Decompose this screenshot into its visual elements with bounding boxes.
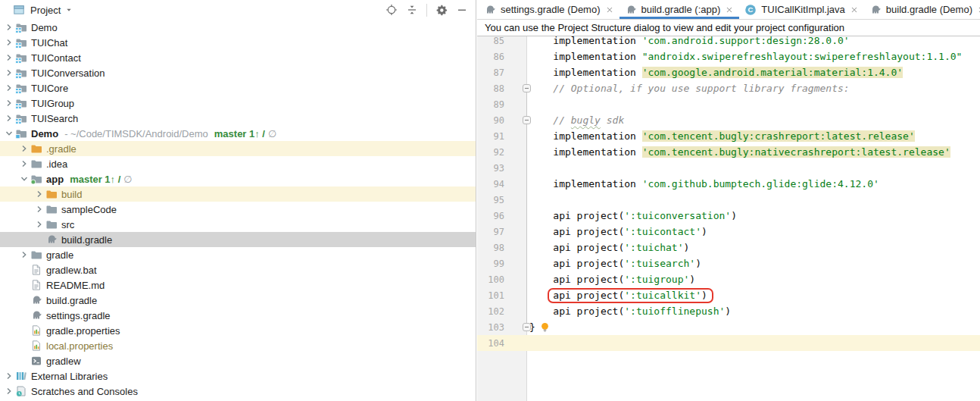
code-line-100[interactable]: 100 api project(':tuigroup'): [477, 271, 980, 287]
locate-icon[interactable]: [385, 4, 398, 16]
tree-item-label: TUISearch: [31, 113, 78, 124]
code-line-93[interactable]: 93: [477, 160, 980, 176]
tree-item-idea[interactable]: .idea: [0, 156, 476, 171]
close-icon[interactable]: [725, 5, 734, 14]
console-icon: [30, 355, 42, 367]
chevron-right-icon[interactable]: [18, 143, 30, 155]
tree-item-gradlew-bat[interactable]: gradlew.bat: [0, 262, 476, 277]
code-line-103[interactable]: 103}: [477, 319, 980, 335]
close-icon[interactable]: [605, 5, 614, 14]
tree-item-gradle[interactable]: .gradle: [0, 141, 476, 156]
intention-bulb-icon[interactable]: [539, 321, 551, 334]
tree-item-scratches-and-consoles[interactable]: Scratches and Consoles: [0, 384, 476, 399]
tree-item-label: TUICore: [31, 83, 68, 94]
tab-build-gradle-app[interactable]: build.gradle (:app): [620, 0, 740, 19]
chevron-right-icon[interactable]: [33, 188, 45, 200]
code-text: api project(':tuigroup'): [527, 274, 695, 285]
folder-icon: [45, 218, 58, 230]
tree-item-tuigroup[interactable]: TUIGroup: [0, 96, 476, 111]
module-folder-icon: [15, 36, 27, 49]
tab-settings-gradle-demo[interactable]: settings.gradle (Demo): [479, 0, 620, 19]
code-line-96[interactable]: 96 api project(':tuiconversation'): [477, 208, 980, 224]
chevron-down-icon[interactable]: [3, 127, 15, 139]
tree-item-src[interactable]: src: [0, 217, 476, 232]
chevron-right-icon[interactable]: [18, 249, 30, 261]
close-icon[interactable]: [850, 5, 859, 14]
code-line-97[interactable]: 97 api project(':tuicontact'): [477, 224, 980, 240]
chevron-down-icon[interactable]: [18, 173, 30, 185]
code-line-91[interactable]: 91 implementation 'com.tencent.bugly:cra…: [477, 128, 980, 144]
caret-down-icon[interactable]: [63, 4, 75, 16]
chevron-right-icon[interactable]: [3, 36, 15, 49]
code-line-88[interactable]: 88 // Optional, if you use support libra…: [477, 80, 980, 96]
chevron-right-icon[interactable]: [18, 158, 30, 170]
tree-item-tuicontact[interactable]: TUIContact: [0, 50, 476, 65]
tree-item-build-gradle[interactable]: build.gradle: [0, 232, 476, 247]
tree-item-gradle[interactable]: gradle: [0, 247, 476, 262]
chevron-right-icon[interactable]: [3, 370, 15, 382]
code-line-102[interactable]: 102 api project(':tuiofflinepush'): [477, 303, 980, 319]
code-text: api project(':tuiofflinepush'): [527, 305, 731, 317]
tree-item-readme-md[interactable]: README.md: [0, 277, 476, 293]
fold-icon[interactable]: [523, 116, 531, 124]
vcs-empty-set: ∅: [268, 128, 276, 139]
settings-icon[interactable]: [435, 4, 448, 16]
fold-gutter: [504, 112, 527, 128]
module-folder-icon: [15, 82, 27, 94]
tree-item-label: build.gradle: [61, 234, 112, 246]
chevron-right-icon[interactable]: [3, 82, 15, 94]
code-line-99[interactable]: 99 api project(':tuisearch'): [477, 255, 980, 271]
editor-tab-bar: settings.gradle (Demo)build.gradle (:app…: [477, 0, 980, 20]
code-text: // Optional, if you use support library …: [527, 83, 850, 94]
tree-item-demo[interactable]: Demo: [0, 20, 476, 35]
tree-item-settings-gradle[interactable]: settings.gradle: [0, 308, 476, 323]
collapse-all-icon[interactable]: [406, 4, 418, 16]
tree-item-build[interactable]: build: [0, 186, 476, 202]
fold-gutter: [504, 192, 527, 208]
vcs-branch-status: master 1↑ /: [70, 174, 120, 185]
fold-icon[interactable]: [523, 323, 531, 331]
chevron-right-icon[interactable]: [33, 218, 45, 230]
tree-item-gradlew[interactable]: gradlew: [0, 353, 476, 368]
tree-item-tuiconversation[interactable]: TUIConversation: [0, 65, 476, 80]
chevron-right-icon[interactable]: [3, 21, 15, 33]
line-number: 103: [477, 322, 504, 333]
tab-tuicallkitimpl-java[interactable]: CTUICallKitImpl.java: [739, 0, 864, 19]
chevron-right-icon[interactable]: [33, 203, 45, 215]
code-line-87[interactable]: 87 implementation 'com.google.android.ma…: [477, 64, 980, 80]
chevron-right-icon[interactable]: [3, 97, 15, 109]
code-editor[interactable]: 85 implementation 'com.android.support:d…: [477, 36, 980, 401]
tree-item-external-libraries[interactable]: External Libraries: [0, 368, 476, 384]
code-line-94[interactable]: 94 implementation 'com.github.bumptech.g…: [477, 176, 980, 192]
project-panel-title: Project: [30, 5, 61, 16]
code-line-98[interactable]: 98 api project(':tuichat'): [477, 240, 980, 255]
code-line-89[interactable]: 89: [477, 96, 980, 112]
fold-icon[interactable]: [523, 84, 531, 92]
tree-item-app[interactable]: appmaster 1↑ /∅: [0, 171, 476, 186]
tree-item-local-properties[interactable]: local.properties: [0, 338, 476, 353]
code-line-90[interactable]: 90 // bugly sdk: [477, 112, 980, 128]
chevron-right-icon[interactable]: [3, 112, 15, 124]
code-text: api project(':tuiconversation'): [527, 210, 737, 221]
close-icon[interactable]: [977, 5, 980, 14]
tree-item-demo[interactable]: Demo- ~/Code/TIMSDK/Android/Demomaster 1…: [0, 126, 476, 141]
code-line-101[interactable]: 101 api project(':tuicallkit'): [477, 287, 980, 303]
chevron-right-icon[interactable]: [3, 385, 15, 397]
tree-item-gradle-properties[interactable]: gradle.properties: [0, 323, 476, 338]
code-line-85[interactable]: 85 implementation 'com.android.support:d…: [477, 36, 980, 49]
tree-item-tuichat[interactable]: TUIChat: [0, 35, 476, 50]
tree-item-tuicore[interactable]: TUICore: [0, 80, 476, 96]
tree-item-build-gradle[interactable]: build.gradle: [0, 293, 476, 308]
code-line-86[interactable]: 86 implementation "androidx.swiperefresh…: [477, 49, 980, 64]
chevron-right-icon[interactable]: [3, 52, 15, 64]
fold-gutter: [504, 96, 527, 112]
code-line-95[interactable]: 95: [477, 192, 980, 208]
chevron-right-icon[interactable]: [3, 67, 15, 79]
tab-build-gradle-demo[interactable]: build.gradle (Demo): [864, 0, 980, 19]
code-line-92[interactable]: 92 implementation 'com.tencent.bugly:nat…: [477, 144, 980, 160]
tree-item-samplecode[interactable]: sampleCode: [0, 202, 476, 217]
code-line-104[interactable]: 104: [477, 335, 980, 351]
hide-icon[interactable]: [456, 4, 468, 16]
libraries-icon: [15, 370, 27, 382]
tree-item-tuisearch[interactable]: TUISearch: [0, 111, 476, 126]
